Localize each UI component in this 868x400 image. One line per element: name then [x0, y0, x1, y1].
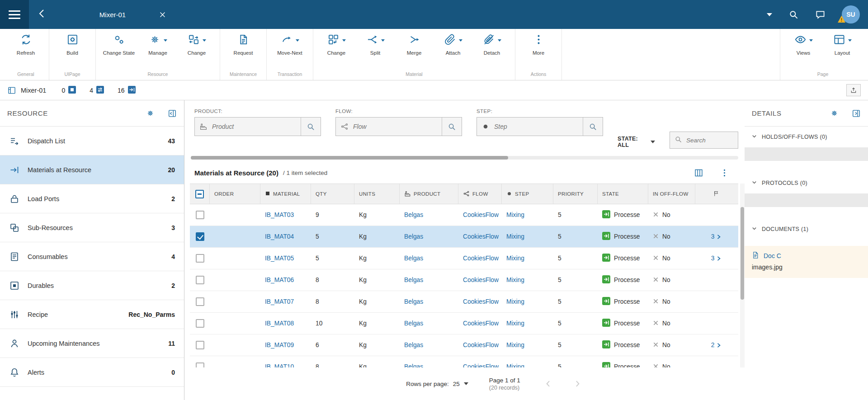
grid-search-field[interactable]: [686, 137, 733, 144]
horizontal-scrollbar-thumb[interactable]: [191, 156, 508, 160]
step-link[interactable]: Mixing: [506, 298, 524, 305]
sidebar-item-consumables[interactable]: Consumables 4: [0, 242, 184, 271]
row-checkbox-checked[interactable]: [196, 232, 204, 241]
row-checkbox[interactable]: [196, 341, 204, 349]
material-link[interactable]: IB_MAT06: [265, 277, 294, 283]
flow-link[interactable]: CookiesFlow: [463, 363, 499, 367]
more-button[interactable]: More: [519, 29, 558, 56]
row-checkbox[interactable]: [196, 319, 204, 328]
step-link[interactable]: Mixing: [506, 212, 524, 218]
section-protocols[interactable]: PROTOCOLS (0): [745, 173, 868, 193]
change-material-button[interactable]: Change: [317, 29, 356, 56]
step-link[interactable]: Mixing: [506, 277, 524, 283]
chat-icon[interactable]: [815, 9, 826, 20]
table-row-selected[interactable]: IB_MAT04 5 Kg Belgas CookiesFlow Mixing …: [190, 226, 738, 248]
select-all-checkbox[interactable]: [195, 190, 204, 198]
tab-mixer-01[interactable]: Mixer-01: [61, 0, 175, 29]
row-checkbox[interactable]: [196, 211, 204, 219]
search-icon[interactable]: [583, 118, 603, 136]
step-link[interactable]: Mixing: [506, 320, 524, 327]
gear-icon[interactable]: [146, 108, 155, 118]
collapse-left-panel-icon[interactable]: [168, 109, 177, 118]
sidebar-item-upcoming-maintenances[interactable]: Upcoming Maintenances 11: [0, 329, 184, 358]
section-holds-off-flows[interactable]: HOLDS/OFF-FLOWS (0): [745, 127, 868, 147]
expand-panel-button[interactable]: [846, 84, 861, 96]
flow-link[interactable]: CookiesFlow: [463, 342, 499, 348]
back-button[interactable]: [29, 0, 55, 29]
next-page-button[interactable]: [573, 379, 582, 388]
product-link[interactable]: Belgas: [404, 212, 423, 218]
row-checkbox[interactable]: [196, 254, 204, 263]
table-row[interactable]: IB_MAT03 9 Kg Belgas CookiesFlow Mixing …: [190, 204, 738, 226]
sidebar-item-alerts[interactable]: Alerts 0: [0, 358, 184, 387]
sidebar-item-dispatch-list[interactable]: Dispatch List 43: [0, 127, 184, 155]
step-link[interactable]: Mixing: [506, 363, 524, 367]
sidebar-item-load-ports[interactable]: Load Ports 2: [0, 184, 184, 213]
product-link[interactable]: Belgas: [404, 233, 423, 240]
sidebar-item-sub-resources[interactable]: Sub-Resources 3: [0, 213, 184, 242]
flow-link[interactable]: CookiesFlow: [463, 298, 499, 305]
step-link[interactable]: Mixing: [506, 255, 524, 262]
step-link[interactable]: Mixing: [506, 342, 524, 348]
table-row[interactable]: IB_MAT07 8 Kg Belgas CookiesFlow Mixing …: [190, 291, 738, 313]
sidebar-item-materials-at-resource[interactable]: Materials at Resource 20: [0, 155, 184, 184]
step-search-field[interactable]: [494, 123, 583, 130]
rows-per-page-dropdown[interactable]: Rows per page: 25: [406, 381, 468, 387]
kebab-menu-icon[interactable]: [720, 168, 729, 178]
attach-button[interactable]: Attach: [434, 29, 472, 56]
column-chooser-icon[interactable]: [694, 168, 703, 178]
product-link[interactable]: Belgas: [404, 363, 423, 367]
table-row[interactable]: IB_MAT06 8 Kg Belgas CookiesFlow Mixing …: [190, 269, 738, 291]
table-row[interactable]: IB_MAT05 5 Kg Belgas CookiesFlow Mixing …: [190, 248, 738, 269]
holds-count-link[interactable]: 3: [711, 255, 722, 262]
chevron-down-icon[interactable]: [767, 13, 772, 16]
material-link[interactable]: IB_MAT05: [265, 255, 294, 262]
move-next-button[interactable]: Move-Next: [270, 29, 309, 56]
change-state-button[interactable]: Change State: [99, 29, 138, 56]
step-link[interactable]: Mixing: [506, 233, 524, 240]
row-checkbox[interactable]: [196, 362, 204, 367]
material-link[interactable]: IB_MAT03: [265, 212, 294, 218]
material-link[interactable]: IB_MAT04: [265, 233, 294, 240]
product-link[interactable]: Belgas: [404, 342, 423, 348]
holds-count-link[interactable]: 2: [711, 342, 722, 348]
row-checkbox[interactable]: [196, 276, 204, 284]
merge-button[interactable]: Merge: [395, 29, 434, 56]
layout-button[interactable]: Layout: [823, 29, 862, 56]
build-button[interactable]: Build: [53, 29, 92, 56]
collapse-right-panel-icon[interactable]: [852, 109, 861, 118]
flow-link[interactable]: CookiesFlow: [463, 255, 499, 262]
product-link[interactable]: Belgas: [404, 298, 423, 305]
document-link[interactable]: Doc C: [764, 252, 781, 259]
section-documents[interactable]: DOCUMENTS (1): [745, 219, 868, 240]
holds-count-link[interactable]: 3: [711, 233, 722, 240]
table-row[interactable]: IB_MAT08 10 Kg Belgas CookiesFlow Mixing…: [190, 313, 738, 334]
views-button[interactable]: Views: [784, 29, 823, 56]
search-icon[interactable]: [442, 118, 462, 136]
material-link[interactable]: IB_MAT09: [265, 342, 294, 348]
product-link[interactable]: Belgas: [404, 320, 423, 327]
state-filter-dropdown[interactable]: STATE: ALL: [618, 136, 655, 148]
refresh-button[interactable]: Refresh: [6, 29, 45, 56]
product-link[interactable]: Belgas: [404, 277, 423, 283]
material-link[interactable]: IB_MAT10: [265, 363, 294, 367]
previous-page-button[interactable]: [544, 379, 553, 388]
close-tab-icon[interactable]: [156, 9, 168, 20]
flow-search-field[interactable]: [353, 123, 442, 130]
sidebar-item-recipe[interactable]: Recipe Rec_No_Parms: [0, 300, 184, 329]
detach-button[interactable]: Detach: [472, 29, 511, 56]
product-link[interactable]: Belgas: [404, 255, 423, 262]
table-row[interactable]: IB_MAT10 8 Kg Belgas CookiesFlow Mixing …: [190, 356, 738, 367]
hamburger-menu-button[interactable]: [0, 0, 29, 29]
flow-link[interactable]: CookiesFlow: [463, 233, 499, 240]
manage-button[interactable]: Manage: [138, 29, 177, 56]
material-link[interactable]: IB_MAT08: [265, 320, 294, 327]
gear-icon[interactable]: [830, 108, 839, 118]
request-button[interactable]: Request: [224, 29, 263, 56]
flow-link[interactable]: CookiesFlow: [463, 277, 499, 283]
vertical-scrollbar-thumb[interactable]: [741, 207, 744, 300]
flow-link[interactable]: CookiesFlow: [463, 212, 499, 218]
split-button[interactable]: Split: [356, 29, 395, 56]
material-link[interactable]: IB_MAT07: [265, 298, 294, 305]
table-row[interactable]: IB_MAT09 6 Kg Belgas CookiesFlow Mixing …: [190, 334, 738, 356]
